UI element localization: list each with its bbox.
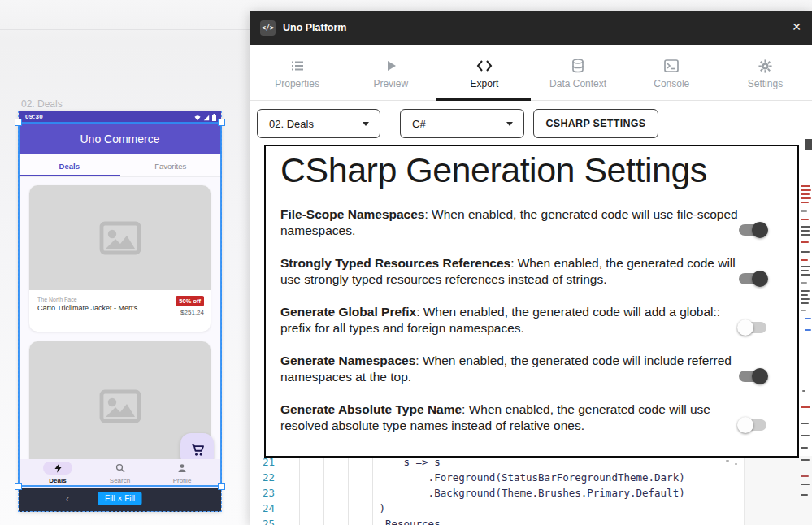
export-toolbar: 02. Deals C# CSHARP SETTINGS <box>250 101 812 150</box>
nav-item-search[interactable]: Search <box>99 459 141 488</box>
csharp-settings-button[interactable]: CSHARP SETTINGS <box>533 109 658 138</box>
nav-item-deals[interactable]: Deals <box>37 459 79 488</box>
minimap-mark <box>805 318 811 319</box>
selection-handle[interactable] <box>218 483 225 490</box>
nav-pill <box>167 462 197 475</box>
panel-header: </> Uno Platform ✕ <box>250 11 812 45</box>
csharp-settings-modal: CSharp Generation Settings File-Scope Na… <box>264 145 799 458</box>
toggle-knob <box>737 319 753 336</box>
uno-platform-panel: </> Uno Platform ✕ Properties Preview <box>250 11 812 525</box>
setting-row-file-scope-namespaces: File-Scope Namespaces: When enabled, the… <box>280 206 747 239</box>
minimap-mark <box>801 270 809 271</box>
toggle-generate-namespaces[interactable] <box>739 371 766 382</box>
phone-app-title: Uno Commerce <box>19 132 221 145</box>
phone-tab-deals[interactable]: Deals <box>19 154 120 176</box>
minimap-mark <box>801 447 808 449</box>
toggle-knob <box>752 271 768 287</box>
minimap-mark <box>801 406 810 408</box>
minimap-mark <box>801 241 809 243</box>
bolt-icon <box>54 463 62 473</box>
minimap-mark <box>801 282 807 284</box>
minimap-mark <box>801 274 810 276</box>
tab-data-context[interactable]: Data Context <box>532 45 625 100</box>
minimap-slider[interactable] <box>805 139 812 150</box>
panel-tab-strip: Properties Preview Export Data Context <box>250 45 812 101</box>
tab-export[interactable]: Export <box>437 45 531 100</box>
product-price: $251.24 <box>180 309 204 316</box>
nav-pill <box>106 462 135 475</box>
code-icon <box>437 58 531 74</box>
minimap-mark <box>801 494 808 496</box>
minimap-mark <box>801 219 809 220</box>
minimap-mark <box>801 294 808 296</box>
toggle-generate-global-prefix[interactable] <box>739 322 766 333</box>
language-select[interactable]: C# <box>400 109 524 138</box>
minimap-mark <box>801 435 810 436</box>
selection-handle[interactable] <box>218 119 225 126</box>
nav-label: Profile <box>161 477 203 484</box>
minimap-mark <box>801 484 810 485</box>
minimap-mark <box>801 259 808 261</box>
tab-settings[interactable]: Settings <box>719 45 812 100</box>
minimap-column[interactable] <box>744 456 812 525</box>
minimap-mark <box>801 230 810 232</box>
selection-handle[interactable] <box>15 119 22 126</box>
discount-badge: 50% off <box>176 296 204 306</box>
setting-row-generate-namespaces: Generate Namespaces: When enabled, the g… <box>280 353 747 385</box>
phone-content: The North Face Carto Triclimate Jacket -… <box>19 177 221 459</box>
nav-label: Search <box>99 477 141 484</box>
tab-properties[interactable]: Properties <box>250 45 344 100</box>
close-icon[interactable]: ✕ <box>792 20 801 33</box>
gear-icon <box>719 58 812 74</box>
wifi-icon <box>194 115 201 121</box>
image-placeholder-icon <box>99 221 141 255</box>
product-card[interactable]: The North Face Carto Triclimate Jacket -… <box>29 185 211 332</box>
list-icon <box>250 58 344 74</box>
toggle-generate-absolute-type-name[interactable] <box>739 419 766 431</box>
minimap-mark <box>801 210 807 212</box>
minimap-mark <box>726 460 729 462</box>
database-icon <box>532 58 625 74</box>
code-line: 21 s => s <box>250 456 812 471</box>
code-editor[interactable]: 21 s => s 22 .Foreground(StatusBarForegr… <box>250 456 812 525</box>
minimap-mark <box>801 189 811 191</box>
minimap-mark <box>801 193 810 195</box>
nav-label: Deals <box>37 477 79 484</box>
phone-frame[interactable]: 09:30 Uno Commerce Deals Favorites <box>19 111 221 512</box>
back-chevron-icon[interactable]: ‹ <box>66 493 69 505</box>
modal-title: CSharp Generation Settings <box>280 150 707 190</box>
tab-console[interactable]: Console <box>625 45 719 100</box>
toggle-strongly-typed-resources[interactable] <box>739 273 766 284</box>
minimap-mark <box>801 234 810 236</box>
minimap-mark <box>801 475 809 477</box>
terminal-icon <box>625 58 719 74</box>
minimap-mark <box>735 463 737 465</box>
minimap-mark <box>801 226 810 228</box>
toggle-file-scope-namespaces[interactable] <box>739 224 766 236</box>
toggle-knob <box>752 368 768 384</box>
frame-label[interactable]: 02. Deals <box>21 98 63 110</box>
minimap-mark <box>801 310 806 311</box>
minimap-mark <box>801 302 809 304</box>
tab-preview[interactable]: Preview <box>344 45 437 100</box>
chevron-down-icon <box>506 122 513 126</box>
minimap-mark <box>801 298 810 300</box>
minimap-mark <box>801 423 809 424</box>
phone-tab-indicator <box>19 175 120 176</box>
screen-select[interactable]: 02. Deals <box>257 109 380 138</box>
minimap-mark <box>801 202 809 203</box>
panel-title: Uno Platform <box>283 22 346 33</box>
canvas-seam <box>0 29 250 30</box>
phone-tab-bar: Deals Favorites <box>19 154 221 177</box>
play-icon <box>344 58 437 74</box>
nav-item-profile[interactable]: Profile <box>161 459 203 488</box>
product-image-placeholder <box>29 185 211 290</box>
minimap-mark <box>801 197 811 199</box>
toggle-knob <box>737 417 753 433</box>
minimap-mark <box>805 329 811 331</box>
setting-row-strongly-typed-resources: Strongly Typed Resources References: Whe… <box>280 255 747 288</box>
phone-app-bar: Uno Commerce <box>19 123 221 154</box>
phone-tab-favorites[interactable]: Favorites <box>120 154 222 176</box>
selection-handle[interactable] <box>15 483 22 490</box>
signal-icon <box>203 115 210 121</box>
